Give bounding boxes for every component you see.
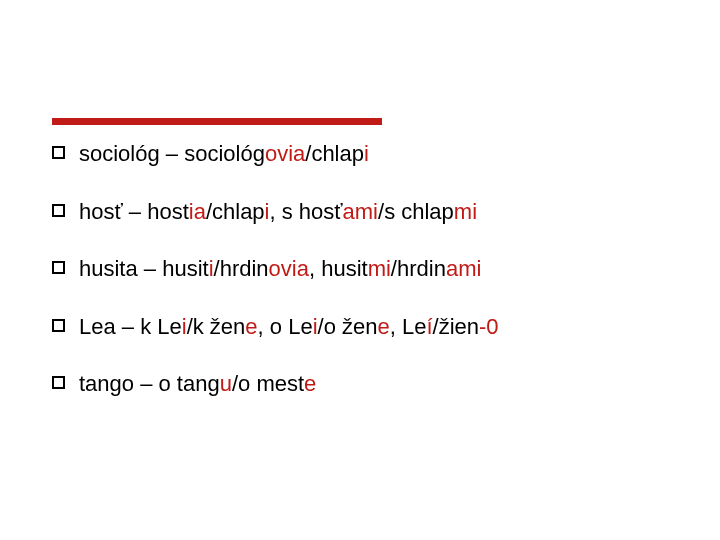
square-bullet-icon [52,319,65,332]
bullet-list: sociológ – sociológovia/chlapihosť – hos… [52,140,680,428]
square-bullet-icon [52,146,65,159]
square-bullet-icon [52,376,65,389]
list-item-text: hosť – hostia/chlapi, s hosťami/s chlapm… [79,198,477,226]
list-item: hosť – hostia/chlapi, s hosťami/s chlapm… [52,198,680,226]
square-bullet-icon [52,204,65,217]
list-item-text: husita – husiti/hrdinovia, husitmi/hrdin… [79,255,481,283]
slide: sociológ – sociológovia/chlapihosť – hos… [0,0,720,540]
list-item: Lea – k Lei/k žene, o Lei/o žene, Leí/ži… [52,313,680,341]
square-bullet-icon [52,261,65,274]
list-item: husita – husiti/hrdinovia, husitmi/hrdin… [52,255,680,283]
list-item-text: sociológ – sociológovia/chlapi [79,140,369,168]
list-item: tango – o tangu/o meste [52,370,680,398]
list-item-text: Lea – k Lei/k žene, o Lei/o žene, Leí/ži… [79,313,499,341]
list-item-text: tango – o tangu/o meste [79,370,316,398]
list-item: sociológ – sociológovia/chlapi [52,140,680,168]
horizontal-rule [52,118,382,125]
